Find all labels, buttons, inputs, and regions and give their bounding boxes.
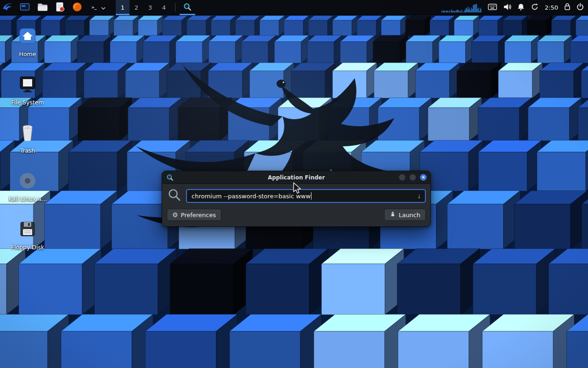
desktop-icon-trash[interactable]: Trash [5,122,51,154]
maximize-button[interactable] [409,174,416,181]
lock-tray-button[interactable] [564,3,571,12]
terminal-launcher-group: >_ [88,0,107,15]
terminal-launcher-menu-arrow[interactable] [100,0,107,15]
lock-icon [564,3,571,12]
workspace-4[interactable]: 4 [157,0,171,15]
launcher-app-window[interactable] [17,0,32,15]
floppy-icon [17,219,38,241]
kali-disc-icon [17,171,38,193]
power-icon [577,3,584,12]
preferences-button[interactable]: ⚙ Preferences [167,209,221,221]
launcher-firefox[interactable] [70,0,85,15]
launch-button[interactable]: Launch [384,209,426,221]
launch-button-label: Launch [399,212,420,218]
updates-tray-button[interactable] [531,3,539,12]
desktop-icon-floppy-disk[interactable]: Floppy Disk [5,219,51,251]
firefox-icon [72,1,83,14]
logout-tray-button[interactable] [577,3,584,12]
top-panel: >_ 1 2 3 4 [0,0,588,15]
task-application-finder[interactable] [180,0,195,15]
workspace-3[interactable]: 3 [143,0,157,15]
search-input[interactable]: chromium --password-store=basic www ↓ [186,189,426,203]
terminal-launcher-button[interactable]: >_ [88,2,100,12]
workspace-switcher: 1 2 3 4 [116,0,171,15]
speaker-icon [503,3,511,12]
app-window-icon [19,1,30,14]
keyboard-icon [488,4,497,12]
desktop-icon-label: Kali Linux a... [8,196,47,202]
home-icon [17,26,38,48]
network-monitor-graph[interactable] [441,2,482,13]
terminal-icon: >_ [92,6,97,10]
close-icon: × [422,175,424,180]
text-caret [311,192,311,200]
application-finder-window: Application Finder × chromium --password… [162,171,431,227]
workspace-1-label: 1 [121,4,124,11]
notifications-tray-button[interactable] [517,3,525,12]
document-icon [54,1,65,14]
gear-icon: ⚙ [172,212,178,218]
launch-rocket-icon [390,211,396,219]
window-controls: × [399,174,427,181]
folder-icon [37,1,48,14]
panel-separator [175,3,175,12]
launcher-text-editor[interactable] [52,0,67,15]
desktop-icon-list: Home File System Trash Kali Linux a... F… [5,26,51,251]
bell-icon [517,3,525,12]
desktop-icon-label: Trash [20,147,35,154]
window-titlebar[interactable]: Application Finder × [162,171,430,184]
minimize-button[interactable] [399,174,406,181]
desktop-icon-label: Floppy Disk [11,244,44,251]
workspace-3-label: 3 [148,4,152,11]
search-row: chromium --password-store=basic www ↓ [162,184,430,204]
workspace-2-label: 2 [135,4,138,11]
magnifier-icon [183,3,192,12]
search-icon [168,188,181,204]
arrow-down-icon: ↓ [418,192,421,200]
chevron-down-icon [101,4,106,11]
launcher-file-manager[interactable] [35,0,50,15]
application-finder-icon [166,173,174,182]
search-input-text: chromium --password-store=basic www [192,193,311,200]
button-row: ⚙ Preferences Launch [162,204,430,221]
desktop-icon-kali-installer[interactable]: Kali Linux a... [5,171,51,202]
file-system-icon [17,74,38,96]
desktop-icon-home[interactable]: Home [5,26,51,58]
clock[interactable]: 2:50 [545,4,558,11]
trash-icon [17,122,38,144]
applications-menu-button[interactable] [0,0,15,15]
kali-logo-icon [2,1,13,14]
desktop-icon-label: Home [19,51,36,58]
desktop-icon-file-system[interactable]: File System [5,74,51,106]
sync-arrows-icon [531,3,539,12]
system-tray: 2:50 [441,0,588,15]
entry-dropdown-button[interactable]: ↓ [415,192,423,200]
panel-left: >_ 1 2 3 4 [0,0,195,15]
keyboard-tray-button[interactable] [488,4,497,12]
desktop-icon-label: File System [11,99,44,106]
volume-tray-button[interactable] [503,3,511,12]
workspace-2[interactable]: 2 [130,0,143,15]
workspace-1[interactable]: 1 [116,0,130,15]
window-title: Application Finder [162,174,430,181]
preferences-button-label: Preferences [181,212,216,218]
workspace-4-label: 4 [162,4,166,11]
close-button[interactable]: × [420,174,427,181]
